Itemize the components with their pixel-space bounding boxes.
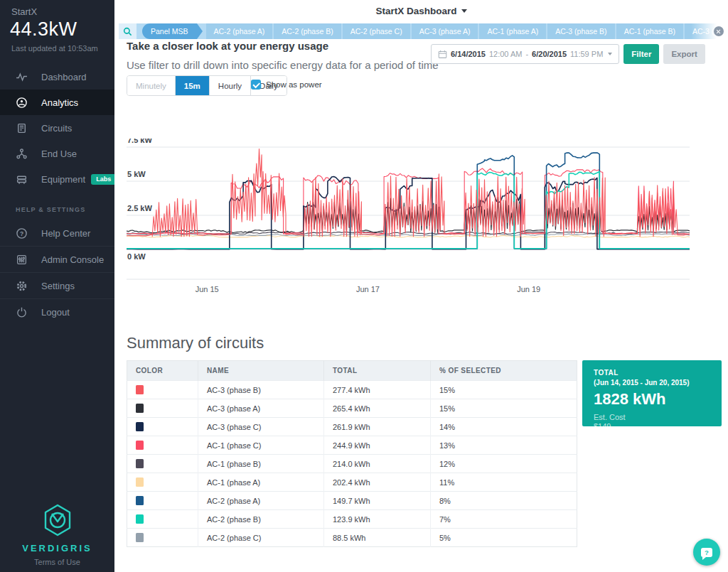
sidebar: StartX 44.3kW Last updated at 10:53am Da… <box>0 0 114 572</box>
table-row[interactable]: AC-2 (phase B)123.9 kWh7% <box>127 510 577 529</box>
sidebar-item-circuits[interactable]: Circuits <box>0 115 114 141</box>
circuit-pct: 5% <box>431 529 577 547</box>
page-subheading: Use filter to drill down into specific e… <box>127 59 439 71</box>
sidebar-item-dashboard[interactable]: Dashboard <box>0 64 114 90</box>
show-as-power-label: Show as power <box>266 80 322 89</box>
filter-tag[interactable]: AC-3 (phase B) <box>547 23 614 39</box>
sidebar-item-analytics[interactable]: Analytics <box>0 90 114 115</box>
circuit-total: 277.4 kWh <box>324 381 431 399</box>
filter-tag[interactable]: AC-1 (phase B) <box>616 23 683 39</box>
sidebar-item-label: Logout <box>41 307 70 318</box>
series-color-swatch <box>136 441 144 450</box>
sidebar-item-label: Analytics <box>41 97 78 108</box>
circuit-pct: 11% <box>431 473 577 492</box>
circuit-filter-bar: Panel MSB AC-2 (phase A)AC-2 (phase B)AC… <box>119 23 728 39</box>
calendar-icon <box>438 50 447 59</box>
circuit-pct: 15% <box>431 399 577 418</box>
primary-nav: DashboardAnalyticsCircuitsEnd UseEquipme… <box>0 64 114 192</box>
x-axis-labels: Jun 15Jun 17Jun 19 <box>127 285 690 296</box>
circuit-pct: 14% <box>431 418 577 436</box>
show-as-power-option[interactable]: Show as power <box>251 80 322 90</box>
export-button[interactable]: Export <box>663 44 705 64</box>
circuit-name: AC-1 (phase C) <box>198 436 324 455</box>
circuit-pct: 8% <box>431 492 577 510</box>
verdigris-logo: VERDIGRIS Terms of Use <box>0 504 114 566</box>
table-row[interactable]: AC-3 (phase B)277.4 kWh15% <box>127 381 577 399</box>
sidebar-item-admin-console[interactable]: Admin Console <box>0 246 114 272</box>
y-axis-label: 2.5 kW <box>127 204 152 212</box>
y-axis-label: 0 kW <box>127 252 146 261</box>
sidebar-item-label: Dashboard <box>41 72 87 82</box>
page-heading: Take a closer look at your energy usage <box>127 40 328 52</box>
x-axis-label: Jun 17 <box>352 285 383 293</box>
sidebar-item-help-center[interactable]: ?Help Center <box>0 220 114 246</box>
sidebar-item-equipment[interactable]: EquipmentLabs <box>0 166 114 192</box>
last-updated-text: Last updated at 10:53am <box>0 41 114 53</box>
table-row[interactable]: AC-3 (phase C)261.9 kWh14% <box>127 418 577 436</box>
clear-filters-button[interactable] <box>714 26 724 36</box>
filter-tag[interactable]: AC-3 (phase A) <box>412 23 478 39</box>
sidebar-item-label: End Use <box>41 149 77 159</box>
series-color-swatch <box>136 459 144 468</box>
column-header-color: COLOR <box>127 361 198 381</box>
dashboard-title[interactable]: StartX Dashboard <box>375 6 456 16</box>
chart-canvas: 7.5 kW5 kW2.5 kW0 kW <box>127 139 690 281</box>
start-time: 12:00 AM <box>489 50 522 58</box>
filter-tag[interactable]: AC-2 (phase A) <box>206 23 273 39</box>
current-power-reading: 44.3kW <box>0 17 114 41</box>
interval-button-hourly[interactable]: Hourly <box>209 76 250 95</box>
circuit-total: 149.7 kWh <box>324 492 431 510</box>
y-axis-label: 5 kW <box>127 170 146 178</box>
sidebar-item-logout[interactable]: Logout <box>0 298 114 325</box>
circuit-total: 202.4 kWh <box>324 473 431 492</box>
circuit-total: 244.9 kWh <box>324 436 431 455</box>
filter-tag[interactable]: AC-2 (phase B) <box>274 23 341 39</box>
interval-button-minutely[interactable]: Minutely <box>127 76 175 95</box>
topbar: StartX Dashboard <box>114 0 728 21</box>
column-header-name: NAME <box>198 361 324 381</box>
x-axis-label: Jun 15 <box>191 285 223 293</box>
terms-of-use-link[interactable]: Terms of Use <box>0 558 114 566</box>
end-use-icon <box>16 148 28 160</box>
est-cost-label: Est. Cost <box>594 413 710 421</box>
table-row[interactable]: AC-3 (phase A)265.4 kWh15% <box>127 399 577 418</box>
date-range-picker[interactable]: 6/14/2015 12:00 AM - 6/20/2015 11:59 PM <box>431 44 619 64</box>
circuit-total: 123.9 kWh <box>324 510 431 529</box>
table-row[interactable]: AC-1 (phase C)244.9 kWh13% <box>127 436 577 455</box>
sidebar-item-label: Settings <box>41 281 75 291</box>
interval-button-15m[interactable]: 15m <box>175 76 209 95</box>
total-card-range: (Jun 14, 2015 - Jun 20, 2015) <box>594 379 710 387</box>
filter-tag[interactable]: AC-2 (phase C) <box>343 23 410 39</box>
energy-usage-chart: 7.5 kW5 kW2.5 kW0 kW Jun 15Jun 17Jun 19 <box>127 139 690 302</box>
start-date: 6/14/2015 <box>451 50 486 58</box>
panel-chip[interactable]: Panel MSB <box>142 23 197 39</box>
series-color-swatch <box>136 533 144 542</box>
filter-tag[interactable]: AC-1 (phase A) <box>479 23 546 39</box>
table-row[interactable]: AC-2 (phase C)88.5 kWh5% <box>127 529 577 547</box>
search-button[interactable] <box>119 23 136 39</box>
filter-tag-list: AC-2 (phase A)AC-2 (phase B)AC-2 (phase … <box>206 23 728 39</box>
end-date: 6/20/2015 <box>532 50 567 58</box>
circuit-name: AC-2 (phase A) <box>198 492 324 510</box>
equipment-icon <box>16 173 28 185</box>
date-range-row: 6/14/2015 12:00 AM - 6/20/2015 11:59 PM … <box>431 44 705 64</box>
table-row[interactable]: AC-1 (phase A)202.4 kWh11% <box>127 473 577 492</box>
logo-wordmark: VERDIGRIS <box>0 543 114 554</box>
table-row[interactable]: AC-1 (phase B)214.0 kWh12% <box>127 455 577 473</box>
range-separator: - <box>525 50 528 58</box>
table-row[interactable]: AC-2 (phase A)149.7 kWh8% <box>127 492 577 510</box>
column-header-of-selected: % OF SELECTED <box>431 361 577 381</box>
sidebar-item-label: Circuits <box>41 123 72 134</box>
verdigris-hexagon-icon <box>42 504 73 536</box>
circuit-name: AC-1 (phase A) <box>198 473 324 492</box>
show-as-power-checkbox[interactable] <box>251 80 261 90</box>
table-header-row: COLORNAMETOTAL% OF SELECTED <box>127 361 577 381</box>
circuit-total: 261.9 kWh <box>324 418 431 436</box>
help-chat-button[interactable]: ? <box>693 539 720 566</box>
y-axis-label: 7.5 kW <box>127 139 152 144</box>
sidebar-item-end-use[interactable]: End Use <box>0 141 114 166</box>
labs-badge: Labs <box>91 174 116 185</box>
filter-button[interactable]: Filter <box>623 44 659 64</box>
sidebar-item-settings[interactable]: Settings <box>0 272 114 298</box>
power-icon <box>16 306 28 318</box>
